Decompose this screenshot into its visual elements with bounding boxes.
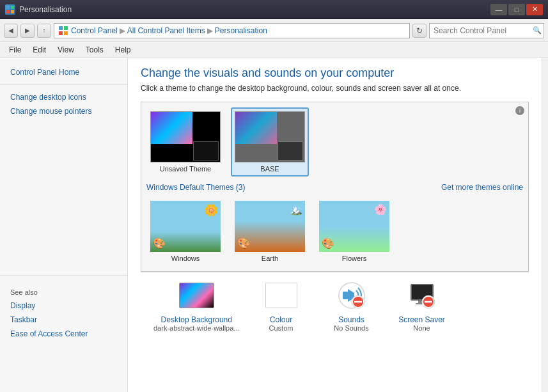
- theme-base[interactable]: BASE: [231, 107, 309, 176]
- see-also-label: See also: [0, 281, 128, 299]
- bottom-desktop-background[interactable]: Desktop Background dark-abstract-wide-wa…: [153, 278, 240, 332]
- svg-rect-5: [64, 26, 68, 30]
- screen-saver-sublabel: None: [413, 324, 430, 332]
- app-icon: [5, 4, 15, 15]
- address-path: Control Panel ▶ All Control Panel Items …: [54, 23, 410, 38]
- screen-saver-icon-box: [406, 279, 438, 311]
- search-icon: 🔍: [533, 26, 542, 35]
- theme-windows[interactable]: 🌼 🎨 Windows: [146, 197, 224, 266]
- earth-theme-thumbnail: 🏔️ 🎨: [235, 201, 305, 252]
- path-personalisation[interactable]: Personalisation: [215, 26, 267, 35]
- maximize-button[interactable]: □: [508, 4, 525, 15]
- page-title: Change the visuals and sounds on your co…: [141, 67, 529, 80]
- unsaved-theme-thumbnail: [150, 111, 221, 162]
- base-theme-name: BASE: [260, 165, 279, 173]
- see-also-section: See also Display Taskbar Ease of Access …: [0, 270, 128, 341]
- content-area: Change the visuals and sounds on your co…: [128, 58, 542, 392]
- svg-rect-3: [11, 10, 14, 13]
- sidebar-change-desktop-icons[interactable]: Change desktop icons: [0, 90, 127, 104]
- svg-rect-1: [11, 6, 14, 9]
- search-input[interactable]: [429, 23, 544, 38]
- svg-rect-6: [59, 31, 63, 35]
- svg-rect-2: [6, 10, 10, 13]
- desktop-bg-thumbnail: [179, 283, 214, 308]
- svg-rect-4: [59, 26, 63, 30]
- desktop-background-label[interactable]: Desktop Background: [161, 315, 232, 324]
- bottom-screen-saver[interactable]: Screen Saver None: [393, 278, 451, 332]
- page-subtitle: Click a theme to change the desktop back…: [141, 84, 529, 93]
- theme-earth[interactable]: 🏔️ 🎨 Earth: [231, 197, 309, 266]
- sidebar-control-panel-home[interactable]: Control Panel Home: [0, 65, 127, 79]
- sounds-sublabel: No Sounds: [334, 324, 368, 332]
- bottom-bar: Desktop Background dark-abstract-wide-wa…: [141, 272, 529, 337]
- colour-label[interactable]: Colour: [270, 315, 292, 324]
- sidebar-change-mouse-pointers[interactable]: Change mouse pointers: [0, 104, 127, 118]
- themes-container: i Unsaved Theme BASE: [141, 102, 529, 272]
- address-bar: ◀ ▶ ↑ Control Panel ▶ All Control Panel …: [0, 19, 548, 42]
- search-wrapper: 🔍: [429, 23, 544, 38]
- sidebar-separator-1: [0, 84, 127, 85]
- desktop-background-icon: [179, 278, 214, 313]
- info-icon: i: [515, 106, 524, 115]
- flowers-theme-thumbnail: 🌸 🎨: [319, 201, 389, 252]
- windows-theme-name: Windows: [171, 255, 200, 262]
- forward-button[interactable]: ▶: [20, 24, 35, 38]
- sidebar-display[interactable]: Display: [0, 299, 128, 313]
- my-themes-row: Unsaved Theme BASE: [146, 107, 523, 176]
- desktop-background-sublabel: dark-abstract-wide-wallpa...: [153, 324, 240, 332]
- theme-unsaved[interactable]: Unsaved Theme: [146, 107, 224, 176]
- sidebar-separator-2: [0, 275, 128, 276]
- screen-saver-label[interactable]: Screen Saver: [398, 315, 445, 324]
- minimize-button[interactable]: —: [490, 4, 507, 15]
- menu-tools[interactable]: Tools: [81, 44, 109, 56]
- close-button[interactable]: ✕: [526, 4, 543, 15]
- path-control-panel[interactable]: Control Panel: [71, 26, 118, 35]
- svg-rect-7: [64, 31, 68, 35]
- main-layout: Control Panel Home Change desktop icons …: [0, 58, 548, 392]
- colour-icon-box: [265, 283, 297, 308]
- back-button[interactable]: ◀: [4, 24, 18, 38]
- screen-saver-icon: [404, 278, 439, 313]
- menu-help[interactable]: Help: [110, 44, 136, 56]
- svg-rect-9: [343, 292, 348, 299]
- refresh-button[interactable]: ↻: [412, 24, 427, 38]
- default-themes-row: 🌼 🎨 Windows 🏔️ 🎨 Earth: [146, 197, 523, 266]
- title-bar: Personalisation — □ ✕: [0, 0, 548, 19]
- up-button[interactable]: ↑: [37, 24, 51, 38]
- windows-default-themes-label[interactable]: Windows Default Themes (3): [146, 183, 246, 192]
- window-title: Personalisation: [19, 5, 72, 14]
- more-themes-link[interactable]: Get more themes online: [441, 183, 523, 192]
- bottom-sounds[interactable]: Sounds No Sounds: [323, 278, 380, 332]
- path-all-items[interactable]: All Control Panel Items: [127, 26, 205, 35]
- menu-view[interactable]: View: [52, 44, 79, 56]
- bottom-colour[interactable]: Colour Custom: [253, 278, 310, 332]
- sounds-label[interactable]: Sounds: [338, 315, 364, 324]
- menu-file[interactable]: File: [4, 44, 26, 56]
- unsaved-theme-name: Unsaved Theme: [160, 165, 212, 173]
- flowers-theme-name: Flowers: [342, 255, 367, 262]
- earth-theme-name: Earth: [262, 255, 278, 262]
- window-controls: — □ ✕: [490, 4, 543, 15]
- title-bar-left: Personalisation: [5, 4, 72, 15]
- sounds-icon-box: [336, 279, 368, 311]
- sidebar-taskbar[interactable]: Taskbar: [0, 313, 128, 327]
- sounds-icon: [334, 278, 369, 313]
- base-theme-thumbnail: [235, 111, 305, 162]
- colour-icon: [263, 278, 299, 313]
- menu-bar: File Edit View Tools Help: [0, 42, 548, 58]
- colour-sublabel: Custom: [269, 324, 294, 332]
- section-header: Windows Default Themes (3) Get more them…: [146, 183, 523, 192]
- windows-theme-thumbnail: 🌼 🎨: [150, 201, 221, 252]
- scrollbar[interactable]: [542, 58, 548, 392]
- sidebar-ease-of-access[interactable]: Ease of Access Center: [0, 327, 128, 341]
- theme-flowers[interactable]: 🌸 🎨 Flowers: [315, 197, 393, 266]
- sidebar: Control Panel Home Change desktop icons …: [0, 58, 128, 392]
- menu-edit[interactable]: Edit: [27, 44, 51, 56]
- svg-rect-0: [6, 6, 10, 9]
